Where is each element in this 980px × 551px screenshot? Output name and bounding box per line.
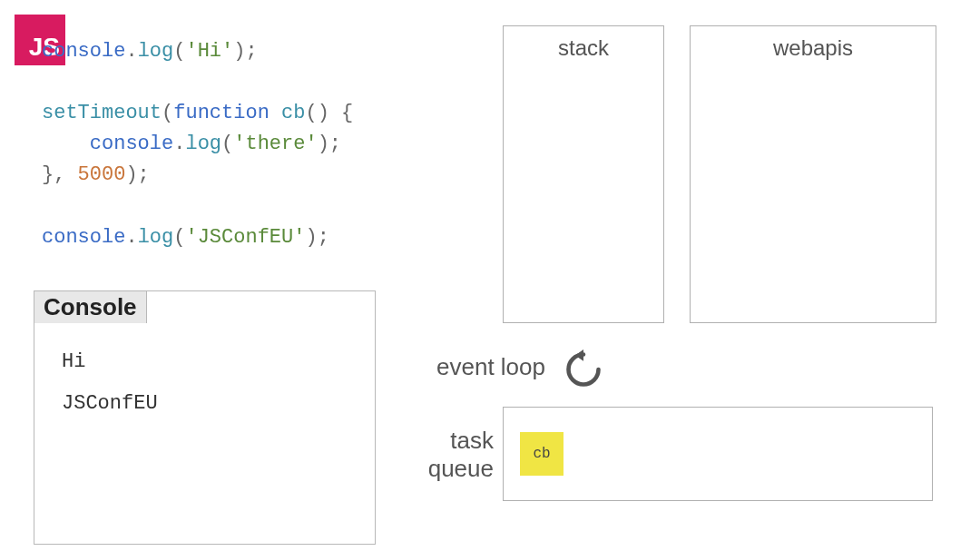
task-queue-box: cb <box>503 407 933 501</box>
code-token: . <box>125 40 137 63</box>
webapis-title: webapis <box>691 26 936 61</box>
code-token: 'there' <box>233 133 317 155</box>
console-line: Hi <box>62 341 348 383</box>
code-token: . <box>125 226 137 249</box>
code-line-5: console.log('JSConfEU'); <box>42 222 353 253</box>
code-token: ( <box>162 102 173 124</box>
code-token: ); <box>318 133 341 155</box>
loop-arrow-icon <box>564 349 603 389</box>
code-token: ( <box>173 226 185 249</box>
stack-title: stack <box>504 26 663 61</box>
code-token <box>270 102 281 124</box>
code-token: ); <box>233 40 257 63</box>
code-token: ); <box>305 226 328 249</box>
code-token: log <box>138 40 174 63</box>
code-indent <box>42 133 90 155</box>
task-item-cb: cb <box>520 432 564 476</box>
code-token: console <box>90 133 173 155</box>
task-queue-label: task queue <box>421 427 494 483</box>
stack-box: stack <box>503 25 664 323</box>
code-token: console <box>42 226 125 249</box>
code-line-1: console.log('Hi'); <box>42 36 353 67</box>
code-line-4: }, 5000); <box>42 160 353 191</box>
code-token: }, <box>42 163 78 186</box>
code-token: . <box>173 133 185 155</box>
code-line-3: console.log('there'); <box>42 129 353 160</box>
code-token: log <box>138 226 174 249</box>
code-token: () { <box>305 102 353 124</box>
code-token: function <box>173 102 270 124</box>
console-panel: Console Hi JSConfEU <box>34 290 376 545</box>
code-line-2: setTimeout(function cb() { <box>42 98 353 129</box>
event-loop-label: event loop <box>436 353 545 381</box>
code-token: log <box>185 133 221 155</box>
code-token: 'Hi' <box>185 40 233 63</box>
code-token: setTimeout <box>42 102 162 124</box>
code-token: console <box>42 40 125 63</box>
code-token: 5000 <box>78 163 126 186</box>
code-token: cb <box>281 102 305 124</box>
webapis-box: webapis <box>690 25 936 323</box>
console-line: JSConfEU <box>62 383 348 425</box>
console-title: Console <box>34 290 147 323</box>
code-area: console.log('Hi'); setTimeout(function c… <box>42 36 353 253</box>
code-token: ( <box>173 40 185 63</box>
code-token: ); <box>125 163 149 186</box>
code-token: 'JSConfEU' <box>185 226 305 249</box>
svg-marker-0 <box>575 349 583 361</box>
code-token: ( <box>221 133 233 155</box>
